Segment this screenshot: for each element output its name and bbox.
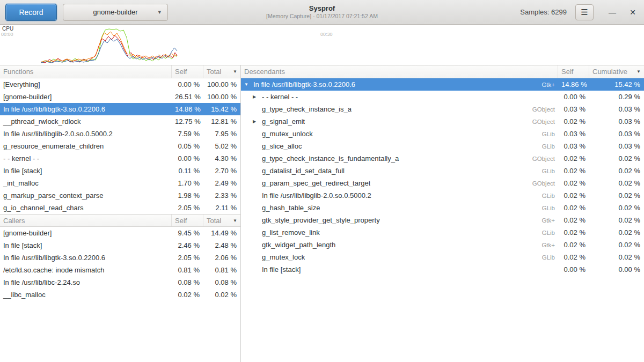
- self-value: 1.98 %: [172, 191, 203, 200]
- library-badge: GObject: [528, 156, 555, 162]
- descendants-row[interactable]: g_slice_allocGLib0.03 %0.03 %: [241, 140, 644, 152]
- functions-self-column-header[interactable]: Self: [172, 65, 203, 78]
- functions-table-body: [Everything]0.00 %100.00 %[gnome-builder…: [0, 78, 240, 214]
- self-value: 0.02 %: [558, 154, 589, 162]
- functions-row[interactable]: g_markup_parse_context_parse1.98 %2.33 %: [0, 189, 240, 202]
- callers-row[interactable]: __libc_malloc0.02 %0.02 %: [0, 289, 240, 301]
- descendants-row[interactable]: ▶- - kernel - -0.00 %0.29 %: [241, 91, 644, 103]
- callers-row[interactable]: [gnome-builder]9.45 %14.49 %: [0, 227, 240, 239]
- descendants-row[interactable]: g_mutex_unlockGLib0.03 %0.03 %: [241, 128, 644, 140]
- functions-row[interactable]: g_resource_enumerate_children0.05 %5.02 …: [0, 140, 240, 152]
- function-name: - - kernel - -: [0, 154, 172, 162]
- library-badge: GLib: [538, 254, 555, 261]
- self-column-label: Self: [175, 217, 187, 225]
- self-value: 0.02 %: [558, 228, 589, 237]
- descendant-name-cell: g_hash_table_sizeGLib: [241, 204, 558, 212]
- callers-table-body: [gnome-builder]9.45 %14.49 %In file [sta…: [0, 227, 240, 301]
- descendants-row[interactable]: g_datalist_id_set_data_fullGLib0.02 %0.0…: [241, 165, 644, 177]
- callers-total-column-header[interactable]: Total▼: [203, 215, 240, 226]
- descendants-row[interactable]: g_type_check_instance_is_aGObject0.03 %0…: [241, 103, 644, 115]
- descendant-name-cell: g_list_remove_linkGLib: [241, 228, 558, 237]
- callers-self-column-header[interactable]: Self: [172, 215, 203, 226]
- cumulative-value: 0.00 %: [589, 265, 644, 274]
- function-name: In file [stack]: [262, 265, 301, 274]
- function-name: gtk_widget_path_length: [262, 241, 335, 249]
- right-pane: Descendants Self Cumulative▼ ▼In file /u…: [241, 65, 644, 362]
- library-badge: GObject: [528, 106, 555, 113]
- cpu-core-orange-line: [41, 32, 177, 62]
- callers-row[interactable]: In file [stack]2.46 %2.48 %: [0, 239, 240, 252]
- record-button[interactable]: Record: [5, 4, 57, 21]
- cumulative-value: 0.29 %: [589, 93, 644, 101]
- library-badge: GLib: [538, 230, 555, 236]
- functions-row[interactable]: - - kernel - -0.00 %4.30 %: [0, 152, 240, 165]
- function-name: __pthread_rwlock_rdlock: [0, 117, 172, 125]
- function-name: In file [stack]: [0, 241, 172, 249]
- functions-total-column-header[interactable]: Total▼: [203, 65, 240, 78]
- cumulative-value: 0.02 %: [589, 154, 644, 162]
- function-name: [gnome-builder]: [0, 93, 172, 101]
- descendant-name-cell: g_param_spec_get_redirect_targetGObject: [241, 179, 558, 187]
- minimize-button[interactable]: —: [606, 6, 618, 18]
- function-name: In file /usr/lib/libglib-2.0.so.0.5000.2: [0, 130, 172, 138]
- functions-column-header[interactable]: Functions: [0, 65, 172, 78]
- descendant-name-cell: g_mutex_lockGLib: [241, 253, 558, 261]
- cumulative-value: 0.02 %: [589, 228, 644, 237]
- functions-row[interactable]: g_io_channel_read_chars2.05 %2.11 %: [0, 202, 240, 214]
- functions-pane: Functions Self Total▼ [Everything]0.00 %…: [0, 65, 240, 214]
- descendants-cumulative-column-header[interactable]: Cumulative▼: [589, 65, 644, 78]
- functions-row[interactable]: In file /usr/lib/libglib-2.0.so.0.5000.2…: [0, 128, 240, 140]
- function-name: _int_malloc: [0, 179, 172, 187]
- descendants-row[interactable]: g_type_check_instance_is_fundamentally_a…: [241, 152, 644, 165]
- descendants-row[interactable]: In file /usr/lib/libglib-2.0.so.0.5000.2…: [241, 189, 644, 202]
- callers-row[interactable]: /etc/ld.so.cache: inode mismatch0.81 %0.…: [0, 264, 240, 276]
- callers-row[interactable]: In file /usr/lib/libgtk-3.so.0.2200.62.0…: [0, 252, 240, 264]
- functions-row[interactable]: __pthread_rwlock_rdlock12.75 %12.81 %: [0, 115, 240, 128]
- library-badge: Gtk+: [537, 82, 555, 88]
- expander-icon[interactable]: ▶: [253, 94, 262, 99]
- cumulative-column-label: Cumulative: [592, 68, 627, 76]
- cpu-graph-svg: [0, 25, 644, 65]
- close-button[interactable]: ✕: [627, 6, 639, 18]
- function-name: g_param_spec_get_redirect_target: [262, 179, 370, 187]
- function-name: g_resource_enumerate_children: [0, 142, 172, 150]
- descendants-self-column-header[interactable]: Self: [558, 65, 589, 78]
- library-badge: GObject: [528, 180, 555, 187]
- descendants-row[interactable]: g_mutex_lockGLib0.02 %0.02 %: [241, 251, 644, 263]
- descendant-name-cell: g_type_check_instance_is_fundamentally_a…: [241, 154, 558, 162]
- function-name: g_mutex_unlock: [262, 130, 313, 138]
- expander-icon[interactable]: ▶: [253, 119, 262, 124]
- callers-column-header[interactable]: Callers: [0, 215, 172, 226]
- function-name: In file /usr/lib/libgtk-3.so.0.2200.6: [0, 105, 172, 113]
- callers-row[interactable]: In file /usr/lib/libc-2.24.so0.08 %0.08 …: [0, 276, 240, 289]
- functions-row[interactable]: _int_malloc1.70 %2.49 %: [0, 177, 240, 189]
- total-value: 2.48 %: [203, 241, 240, 249]
- descendant-name-cell: gtk_style_provider_get_style_propertyGtk…: [241, 216, 558, 224]
- menu-button[interactable]: ☰: [575, 4, 594, 20]
- descendants-row[interactable]: gtk_style_provider_get_style_propertyGtk…: [241, 214, 644, 226]
- descendants-row[interactable]: ▼In file /usr/lib/libgtk-3.so.0.2200.6Gt…: [241, 78, 644, 91]
- functions-row[interactable]: [gnome-builder]26.51 %100.00 %: [0, 91, 240, 103]
- functions-row[interactable]: In file /usr/lib/libgtk-3.so.0.2200.614.…: [0, 103, 240, 115]
- callers-column-label: Callers: [3, 217, 25, 225]
- cumulative-value: 0.03 %: [589, 105, 644, 113]
- descendants-row[interactable]: g_list_remove_linkGLib0.02 %0.02 %: [241, 226, 644, 239]
- function-name: g_signal_emit: [262, 117, 305, 125]
- self-value: 0.02 %: [558, 204, 589, 212]
- descendants-row[interactable]: g_param_spec_get_redirect_targetGObject0…: [241, 177, 644, 189]
- descendants-row[interactable]: gtk_widget_path_lengthGtk+0.02 %0.02 %: [241, 239, 644, 251]
- function-name: g_slice_alloc: [262, 142, 302, 150]
- sort-arrow-icon: ▼: [233, 69, 237, 74]
- descendants-row[interactable]: g_hash_table_sizeGLib0.02 %0.02 %: [241, 202, 644, 214]
- descendants-row[interactable]: ▶g_signal_emitGObject0.02 %0.03 %: [241, 115, 644, 128]
- library-badge: Gtk+: [537, 242, 555, 248]
- functions-row[interactable]: In file [stack]0.11 %2.70 %: [0, 165, 240, 177]
- target-selector-dropdown[interactable]: gnome-builder ▾: [63, 4, 168, 21]
- total-value: 2.06 %: [203, 254, 240, 262]
- descendants-column-header[interactable]: Descendants: [241, 65, 558, 78]
- self-value: 0.02 %: [558, 167, 589, 175]
- functions-row[interactable]: [Everything]0.00 %100.00 %: [0, 78, 240, 91]
- expander-icon[interactable]: ▼: [244, 82, 253, 87]
- cpu-usage-graph[interactable]: CPU 00:00 00:30: [0, 25, 644, 65]
- descendants-row[interactable]: In file [stack]0.00 %0.00 %: [241, 263, 644, 276]
